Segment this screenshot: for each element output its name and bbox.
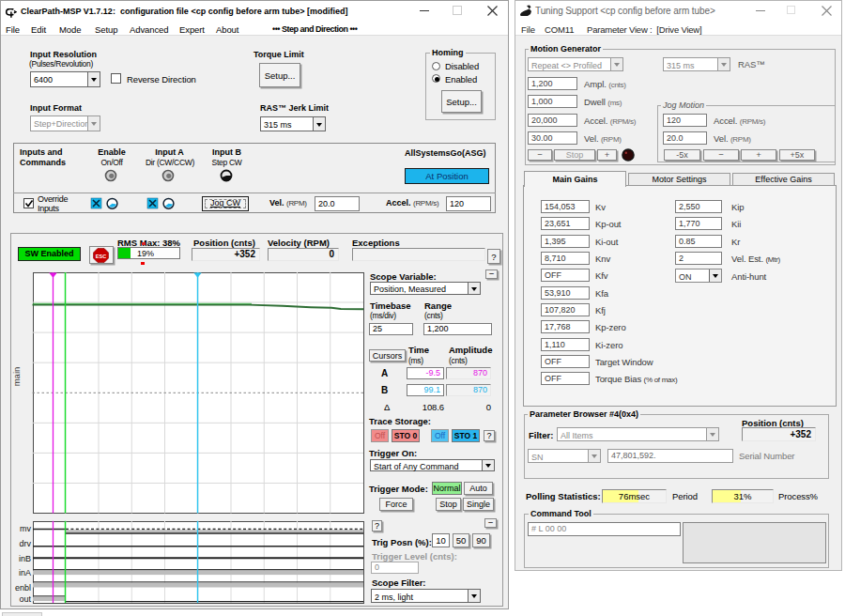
svg-text:ESC: ESC (96, 254, 106, 259)
